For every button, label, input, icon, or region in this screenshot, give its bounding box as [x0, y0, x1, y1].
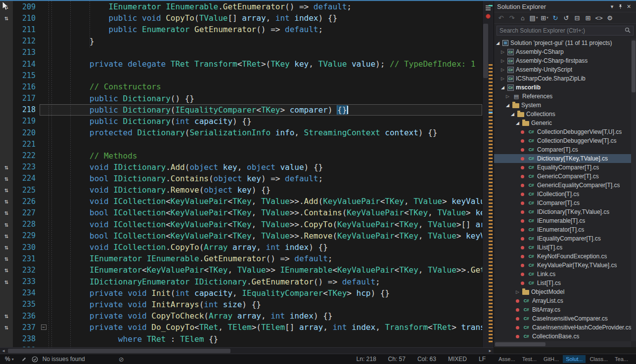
- code-line-body[interactable]: private delegate TRet Transform<TRet>(TK…: [40, 58, 482, 70]
- breakpoint-margin[interactable]: [0, 299, 13, 310]
- horizontal-scrollbar-thumb[interactable]: [8, 349, 230, 353]
- breakpoint-margin[interactable]: [0, 116, 13, 127]
- code-line[interactable]: ⇅225 void IDictionary.Remove(object key)…: [0, 184, 482, 196]
- reference-gutter-icon[interactable]: ⇅: [4, 187, 8, 193]
- code-line-body[interactable]: void IDictionary.Add(object key, object …: [40, 162, 482, 173]
- code-line-body[interactable]: IEnumerator<KeyValuePair<TKey, TValue>> …: [40, 264, 482, 276]
- tree-item[interactable]: C#KeyValuePair[TKey,TValue].cs: [494, 261, 631, 270]
- panel-vertical-scrollbar[interactable]: [631, 39, 636, 341]
- issues-status-label[interactable]: No issues found: [41, 356, 87, 363]
- line-number[interactable]: 227: [13, 207, 40, 218]
- breakpoint-margin[interactable]: ⇅: [0, 253, 13, 264]
- line-number[interactable]: 216: [13, 81, 40, 92]
- line-indicator[interactable]: Ln: 218: [357, 356, 376, 363]
- zoom-level-label[interactable]: %: [0, 356, 12, 363]
- panel-tab-solut[interactable]: Solut...: [563, 355, 586, 363]
- toolbar-back-icon[interactable]: ↶: [496, 13, 506, 22]
- fold-collapse-button[interactable]: −: [41, 324, 46, 330]
- panel-tab-tea[interactable]: Tea...: [612, 355, 631, 363]
- line-number[interactable]: 214: [13, 58, 40, 70]
- encoding-indicator[interactable]: MIXED: [448, 356, 467, 363]
- line-number[interactable]: 232: [13, 264, 40, 276]
- tree-item[interactable]: C#CaseInsensitiveComparer.cs: [494, 314, 631, 323]
- tree-item[interactable]: C#KeyNotFoundException.cs: [494, 252, 631, 261]
- tree-item[interactable]: C#BitArray.cs: [494, 305, 631, 314]
- line-number[interactable]: 212: [13, 36, 40, 47]
- code-line[interactable]: 220 protected Dictionary(SerializationIn…: [0, 127, 482, 138]
- breakpoint-margin[interactable]: ⇅: [0, 184, 13, 196]
- breakpoint-margin[interactable]: [0, 287, 13, 299]
- expander-collapsed-icon[interactable]: ▷: [500, 49, 505, 54]
- panel-tab-class[interactable]: Class...: [587, 355, 611, 363]
- tree-item[interactable]: C#GenericEqualityComparer[T].cs: [494, 181, 631, 190]
- tree-item[interactable]: C#CaseInsensitiveHashCodeProvider.cs: [494, 323, 631, 332]
- code-line[interactable]: 213: [0, 47, 482, 58]
- panel-tab-test[interactable]: Test...: [519, 355, 540, 363]
- code-line[interactable]: ⇅226 void ICollection<KeyValuePair<TKey,…: [0, 196, 482, 207]
- breakpoint-margin[interactable]: ⇅: [0, 162, 13, 173]
- search-input[interactable]: [500, 27, 625, 34]
- line-number[interactable]: 231: [13, 253, 40, 264]
- vertical-scrollbar-thumb[interactable]: [483, 24, 488, 78]
- search-icon[interactable]: [625, 26, 631, 35]
- reference-gutter-icon[interactable]: ⇅: [4, 255, 8, 262]
- tree-item[interactable]: C#IDictionary[TKey,TValue].cs: [494, 207, 631, 216]
- close-icon[interactable]: ×: [625, 2, 633, 10]
- panel-hscroll-thumb[interactable]: [495, 342, 545, 346]
- breakpoint-margin[interactable]: [0, 104, 13, 116]
- toolbar-properties-icon[interactable]: ⚙: [605, 13, 615, 22]
- toolbar-sync-with-active-document-icon[interactable]: ↻: [550, 13, 560, 22]
- line-number[interactable]: 223: [13, 162, 40, 173]
- panel-vscroll-thumb[interactable]: [632, 40, 636, 92]
- line-number[interactable]: 224: [13, 173, 40, 184]
- editor-horizontal-scrollbar[interactable]: ◄ ►: [0, 347, 494, 354]
- code-line[interactable]: 214 private delegate TRet Transform<TRet…: [0, 58, 482, 70]
- code-line[interactable]: ⇅237− private void Do_CopyTo<TRet, TElem…: [0, 322, 482, 333]
- breakpoint-margin[interactable]: ⇅: [0, 310, 13, 322]
- breakpoint-margin[interactable]: [0, 47, 13, 58]
- line-number[interactable]: 219: [13, 116, 40, 127]
- line-number[interactable]: 234: [13, 287, 40, 299]
- breakpoint-margin[interactable]: [0, 70, 13, 81]
- breakpoint-margin[interactable]: ⇅: [0, 196, 13, 207]
- line-number[interactable]: 221: [13, 138, 40, 150]
- tree-item[interactable]: C#List[T].cs: [494, 279, 631, 287]
- code-line-body[interactable]: [40, 47, 482, 58]
- line-number[interactable]: 210: [13, 12, 40, 24]
- reference-gutter-icon[interactable]: ⇅: [4, 15, 8, 21]
- breakpoint-margin[interactable]: ⇅: [0, 230, 13, 242]
- tree-item[interactable]: C#IEnumerable[T].cs: [494, 216, 631, 225]
- tree-item[interactable]: ▷ObjectModel: [494, 287, 631, 296]
- reference-gutter-icon[interactable]: ⇅: [4, 175, 8, 182]
- expander-expanded-icon[interactable]: ◢: [510, 112, 515, 117]
- code-line-body[interactable]: private void CopyToCheck(Array array, in…: [40, 310, 482, 322]
- expander-expanded-icon[interactable]: ◢: [505, 103, 510, 108]
- code-line[interactable]: ⇅232 IEnumerator<KeyValuePair<TKey, TVal…: [0, 264, 482, 276]
- line-number[interactable]: 229: [13, 230, 40, 242]
- tree-item[interactable]: ◢Generic: [494, 119, 631, 127]
- code-line-body[interactable]: bool IDictionary.Contains(object key) =>…: [40, 173, 482, 184]
- toolbar-forward-icon[interactable]: ↷: [507, 13, 517, 22]
- code-line[interactable]: ⇅230 void ICollection.CopyTo(Array array…: [0, 242, 482, 253]
- tree-item[interactable]: C#Link.cs: [494, 270, 631, 279]
- expander-expanded-icon[interactable]: ◢: [515, 121, 520, 125]
- reference-gutter-icon[interactable]: ⇅: [4, 267, 8, 273]
- tree-item[interactable]: C#ICollection[T].cs: [494, 190, 631, 199]
- tree-item[interactable]: ▷C#ICSharpCode.SharpZipLib: [494, 74, 631, 83]
- code-line[interactable]: 222 // Methods: [0, 150, 482, 161]
- tree-item[interactable]: ◢System: [494, 101, 631, 110]
- line-number[interactable]: 209: [13, 1, 40, 12]
- code-line[interactable]: 211 public Enumerator GetEnumerator() =>…: [0, 24, 482, 35]
- tree-item[interactable]: C#IEqualityComparer[T].cs: [494, 234, 631, 243]
- code-line[interactable]: ⇅209 IEnumerator IEnumerable.GetEnumerat…: [0, 1, 482, 12]
- toolbar-view-code-icon[interactable]: <>: [594, 13, 604, 22]
- eol-indicator[interactable]: LF: [479, 356, 486, 363]
- reference-gutter-icon[interactable]: ⇅: [4, 324, 8, 330]
- reference-gutter-icon[interactable]: ⇅: [4, 221, 8, 228]
- character-indicator[interactable]: Ch: 57: [388, 356, 406, 363]
- zoom-dropdown-caret-icon[interactable]: ▾: [12, 357, 19, 362]
- line-number[interactable]: 235: [13, 299, 40, 310]
- tree-item[interactable]: ▷▤References: [494, 92, 631, 101]
- toolbar-home-icon[interactable]: ⌂: [518, 13, 528, 22]
- breakpoint-margin[interactable]: ⇅: [0, 207, 13, 218]
